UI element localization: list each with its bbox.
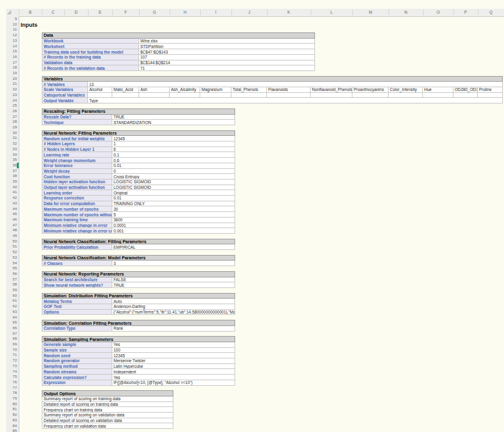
row-value-cell[interactable]: 0.01: [112, 163, 235, 169]
row-label-cell[interactable]: Error tolerance: [42, 163, 112, 169]
row-value-cell[interactable]: IF([@Alcohol]<10, [@Type], "Alcohol >=10…: [112, 380, 235, 386]
row-label-cell[interactable]: Weight decay: [42, 169, 112, 175]
row-value-cell[interactable]: 12345: [112, 353, 235, 358]
row-header-9[interactable]: 9: [6, 16, 17, 22]
row-header-68[interactable]: 68: [6, 336, 17, 342]
column-header-C[interactable]: C: [42, 9, 64, 16]
row-value-cell[interactable]: 3600: [112, 218, 235, 223]
section-header-nn_fitting[interactable]: Neural Network: Fitting Parameters: [42, 130, 235, 137]
row-value-cell[interactable]: [453, 93, 478, 98]
row-label-cell[interactable]: Training data used for building the mode…: [42, 49, 139, 55]
section-header-sim_sampling[interactable]: Simulation: Sampling Parameters: [42, 336, 235, 342]
row-value-cell[interactable]: {"Alcohol":{"numTerms":5,"lb":11.41,"ub"…: [112, 310, 235, 315]
row-header-69[interactable]: 69: [6, 342, 17, 347]
row-label-cell[interactable]: Scale Variables: [42, 87, 88, 93]
row-value-cell[interactable]: [389, 93, 423, 98]
row-value-cell[interactable]: [200, 93, 231, 98]
row-header-85[interactable]: 85: [6, 428, 17, 432]
row-header-34[interactable]: 34: [6, 152, 17, 158]
row-value-cell[interactable]: 100: [112, 348, 235, 353]
row-value-cell[interactable]: Total_Phenols: [231, 87, 267, 93]
row-label-cell[interactable]: # Hidden Layers: [42, 142, 112, 147]
row-value-cell[interactable]: EMPIRICAL: [112, 244, 235, 250]
row-header-31[interactable]: 31: [6, 135, 17, 141]
section-header-data[interactable]: Data: [42, 32, 315, 39]
row-label-cell[interactable]: Validation data: [42, 60, 139, 66]
row-header-16[interactable]: 16: [6, 54, 17, 60]
row-header-39[interactable]: 39: [6, 179, 17, 185]
section-header-sim_corr[interactable]: Simulation: Correlation Fitting Paramete…: [42, 320, 235, 326]
section-header-output_options[interactable]: Output Options: [42, 390, 173, 396]
row-label-cell[interactable]: Output layer activation function: [42, 185, 112, 191]
row-header-21[interactable]: 21: [6, 81, 17, 87]
row-label-cell[interactable]: Categorical Variables: [42, 93, 88, 98]
row-label-cell[interactable]: Weight change momentum: [42, 158, 112, 163]
row-header-73[interactable]: 73: [6, 363, 17, 369]
row-value-cell[interactable]: 107: [139, 55, 315, 60]
row-header-50[interactable]: 50: [6, 239, 17, 244]
row-header-42[interactable]: 42: [6, 195, 17, 201]
row-label-cell[interactable]: Data for error computation: [42, 201, 112, 207]
row-header-61[interactable]: 61: [6, 298, 17, 304]
section-header-nnc_model[interactable]: Neural Network Classification: Model Par…: [42, 255, 235, 261]
row-header-43[interactable]: 43: [6, 201, 17, 206]
row-header-32[interactable]: 32: [6, 141, 17, 146]
row-header-40[interactable]: 40: [6, 185, 17, 190]
row-label-cell[interactable]: Generate sample: [42, 342, 112, 348]
row-value-cell[interactable]: Type: [88, 98, 503, 103]
row-label-cell[interactable]: Maximum training time: [42, 218, 112, 223]
row-label-cell[interactable]: Learning rate: [42, 152, 112, 158]
row-label-cell[interactable]: Random seed: [42, 353, 112, 358]
row-label-cell[interactable]: # Records in the validation data: [42, 65, 139, 71]
row-header-23[interactable]: 23: [6, 92, 17, 98]
row-value-cell[interactable]: Malic_Acid: [112, 87, 139, 93]
row-header-46[interactable]: 46: [6, 217, 17, 223]
row-header-57[interactable]: 57: [6, 277, 17, 282]
row-header-25[interactable]: 25: [6, 103, 17, 108]
row-value-cell[interactable]: [88, 93, 112, 98]
row-value-cell[interactable]: [478, 93, 503, 98]
column-header-K[interactable]: K: [267, 9, 311, 16]
row-header-49[interactable]: 49: [6, 233, 17, 239]
row-value-cell[interactable]: 5: [112, 212, 235, 218]
row-header-64[interactable]: 64: [6, 315, 17, 320]
row-value-cell[interactable]: Color_Intensity: [389, 87, 423, 93]
option-cell[interactable]: Frequency chart on training data: [42, 407, 173, 413]
row-header-12[interactable]: 12: [6, 32, 17, 38]
row-value-cell[interactable]: Proline: [478, 87, 503, 93]
row-value-cell[interactable]: Latin Hypercube: [112, 364, 235, 370]
row-value-cell[interactable]: OD280_OD3: [453, 87, 478, 93]
row-header-22[interactable]: 22: [6, 87, 17, 92]
row-label-cell[interactable]: Random streams: [42, 369, 112, 375]
section-header-variables[interactable]: Variables: [42, 76, 503, 82]
column-header-L[interactable]: L: [311, 9, 352, 16]
row-value-cell[interactable]: Alcohol: [88, 87, 112, 93]
row-label-cell[interactable]: Random seed for initial weights: [42, 136, 112, 142]
column-header-J[interactable]: J: [231, 9, 267, 16]
row-header-82[interactable]: 82: [6, 412, 17, 418]
row-value-cell[interactable]: 30: [112, 206, 235, 212]
row-label-cell[interactable]: GOF Test: [42, 304, 112, 310]
option-cell[interactable]: Summary report of scoring on validation …: [42, 413, 173, 418]
row-header-60[interactable]: 60: [6, 293, 17, 299]
row-value-cell[interactable]: 0.0001: [112, 223, 235, 229]
row-value-cell[interactable]: 6: [112, 147, 235, 153]
column-header-B[interactable]: B: [19, 9, 42, 16]
row-header-14[interactable]: 14: [6, 44, 17, 49]
row-label-cell[interactable]: # Classes: [42, 261, 112, 266]
row-header-66[interactable]: 66: [6, 325, 17, 331]
column-header-F[interactable]: F: [112, 9, 139, 16]
row-header-13[interactable]: 13: [6, 38, 17, 44]
row-header-54[interactable]: 54: [6, 261, 17, 266]
row-value-cell[interactable]: Hue: [423, 87, 453, 93]
column-header-N[interactable]: N: [389, 9, 423, 16]
row-value-cell[interactable]: Cross Entropy: [112, 174, 235, 180]
row-value-cell[interactable]: STDPartition: [139, 44, 315, 49]
row-header-62[interactable]: 62: [6, 304, 17, 309]
row-header-26[interactable]: 26: [6, 108, 17, 114]
row-value-cell[interactable]: Yes: [112, 342, 235, 348]
row-header-55[interactable]: 55: [6, 266, 17, 271]
row-header-75[interactable]: 75: [6, 374, 17, 380]
row-header-71[interactable]: 71: [6, 352, 17, 358]
row-header-76[interactable]: 76: [6, 380, 17, 385]
